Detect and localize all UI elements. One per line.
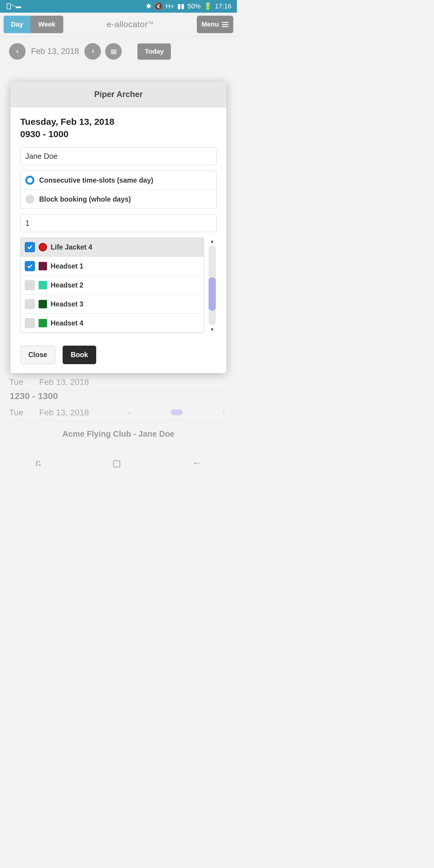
- scroll-thumb[interactable]: [209, 277, 216, 311]
- app-header: Day Week e-allocatorTM Menu: [0, 13, 237, 36]
- item-color-swatch: [38, 300, 47, 308]
- modal-title: Piper Archer: [10, 82, 226, 107]
- radio-unselected-icon: [25, 195, 34, 204]
- bg-day-label: Tue: [9, 408, 39, 417]
- scroll-down-icon[interactable]: ▼: [210, 327, 214, 332]
- scrollbar[interactable]: ▲ ▼: [208, 238, 217, 333]
- equipment-item[interactable]: Life Jacket 4: [21, 238, 204, 257]
- item-color-swatch: [38, 262, 47, 270]
- item-color-swatch: [38, 243, 47, 251]
- checkbox-checked-icon[interactable]: [25, 242, 35, 252]
- equipment-list: Life Jacket 4Headset 1Headset 2Headset 3…: [20, 238, 204, 333]
- bg-next-icon[interactable]: ›: [220, 409, 228, 416]
- radio-block-booking[interactable]: Block booking (whole days): [21, 190, 216, 209]
- android-nav-bar: ⎌ ▢ ←: [0, 452, 237, 474]
- equipment-label: Headset 3: [51, 300, 84, 308]
- booking-type-radio-group: Consecutive time-slots (same day) Block …: [20, 170, 217, 209]
- radio-label: Block booking (whole days): [39, 195, 131, 204]
- phone-vibrate-icon: [5, 3, 12, 10]
- user-name-input[interactable]: [20, 147, 217, 165]
- date-nav-bar: Feb 13, 2018 Today: [0, 36, 237, 66]
- view-toggle-week[interactable]: Week: [30, 16, 63, 33]
- equipment-item[interactable]: Headset 1: [21, 257, 204, 276]
- recent-apps-icon[interactable]: ⎌: [36, 458, 41, 468]
- svg-rect-0: [111, 50, 116, 54]
- menu-label: Menu: [202, 21, 219, 28]
- scroll-up-icon[interactable]: ▲: [210, 239, 214, 244]
- prev-day-button[interactable]: [9, 43, 26, 60]
- menu-button[interactable]: Menu: [197, 16, 233, 33]
- back-icon[interactable]: ←: [192, 458, 201, 468]
- checkbox-unchecked-icon[interactable]: [25, 318, 35, 328]
- app-logo: e-allocatorTM: [63, 20, 197, 29]
- radio-label: Consecutive time-slots (same day): [39, 176, 153, 184]
- bg-time-label: 1230 - 1300: [9, 391, 228, 401]
- battery-icon: 🔋: [204, 2, 212, 10]
- item-color-swatch: [38, 281, 47, 289]
- background-schedule: Tue Feb 13, 2018 1230 - 1300 Tue Feb 13,…: [9, 374, 228, 421]
- calendar-button[interactable]: [105, 43, 122, 60]
- android-status-bar: ▬ ✱ 🔇 H+ ▮▮ 50% 🔋 17:16: [0, 0, 237, 13]
- checkbox-unchecked-icon[interactable]: [25, 280, 35, 290]
- svg-rect-1: [112, 51, 112, 52]
- booking-modal: Piper Archer Tuesday, Feb 13, 2018 0930 …: [10, 82, 226, 373]
- current-date: Feb 13, 2018: [31, 47, 79, 56]
- equipment-item[interactable]: Headset 3: [21, 295, 204, 314]
- item-color-swatch: [38, 319, 47, 327]
- bg-day-label: Tue: [9, 377, 39, 387]
- book-button[interactable]: Book: [63, 346, 96, 364]
- bg-prev-icon[interactable]: ‹: [125, 409, 133, 416]
- footer-text: Acme Flying Club - Jane Doe: [0, 430, 237, 439]
- status-time: 17:16: [215, 2, 231, 10]
- bg-date-label: Feb 13, 2018: [39, 377, 228, 387]
- mute-icon: 🔇: [154, 2, 162, 10]
- today-button[interactable]: Today: [137, 43, 171, 60]
- hamburger-icon: [222, 22, 228, 27]
- equipment-item[interactable]: Headset 4: [21, 314, 204, 333]
- view-toggle-day[interactable]: Day: [4, 16, 30, 33]
- next-day-button[interactable]: [84, 43, 101, 60]
- equipment-label: Headset 1: [51, 262, 84, 270]
- bluetooth-icon: ✱: [146, 2, 151, 10]
- data-icon: H+: [165, 2, 174, 10]
- equipment-label: Life Jacket 4: [51, 243, 92, 251]
- signal-icon: ▮▮: [177, 2, 184, 10]
- radio-selected-icon: [25, 176, 34, 185]
- wifi-icon: ▬: [15, 3, 22, 10]
- close-button[interactable]: Close: [20, 346, 56, 364]
- scroll-track[interactable]: [209, 245, 216, 325]
- equipment-label: Headset 2: [51, 281, 84, 289]
- radio-consecutive[interactable]: Consecutive time-slots (same day): [21, 171, 216, 190]
- svg-rect-3: [114, 51, 115, 52]
- svg-rect-2: [113, 51, 113, 52]
- equipment-label: Headset 4: [51, 319, 84, 327]
- checkbox-unchecked-icon[interactable]: [25, 299, 35, 309]
- home-icon[interactable]: ▢: [113, 458, 121, 468]
- booking-datetime: Tuesday, Feb 13, 2018 0930 - 1000: [20, 116, 217, 140]
- battery-percent: 50%: [187, 2, 201, 10]
- svg-rect-4: [115, 51, 116, 52]
- bg-date-label: Feb 13, 2018: [39, 408, 125, 417]
- checkbox-checked-icon[interactable]: [25, 261, 35, 271]
- equipment-item[interactable]: Headset 2: [21, 276, 204, 295]
- quantity-input[interactable]: [20, 214, 217, 232]
